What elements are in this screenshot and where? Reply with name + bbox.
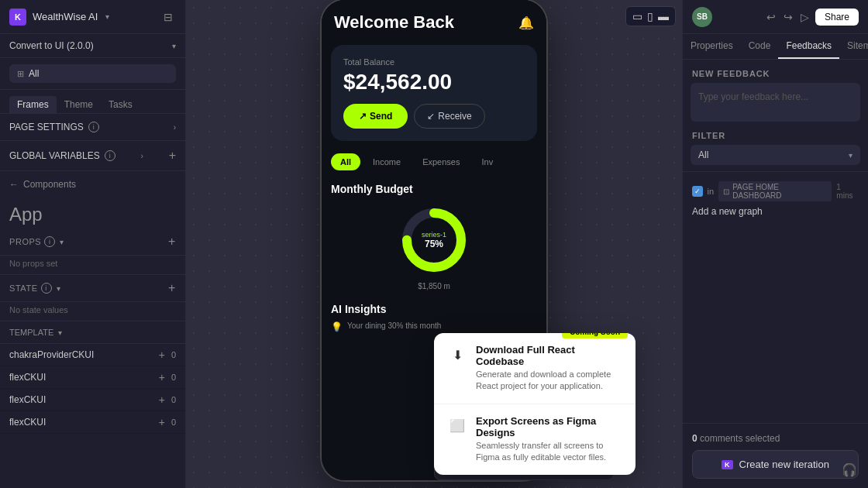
filter-tab-expenses[interactable]: Expenses bbox=[413, 153, 469, 170]
template-add-icon[interactable]: + bbox=[159, 416, 165, 428]
tab-theme[interactable]: Theme bbox=[57, 96, 101, 113]
send-arrow-icon: ↗ bbox=[359, 111, 367, 122]
template-item-name: flexCKUI bbox=[9, 372, 159, 383]
right-header-actions: ↩ ↪ ▷ Share bbox=[765, 9, 859, 26]
page-settings-row[interactable]: PAGE SETTINGS i › bbox=[0, 114, 185, 141]
back-link-label: Components bbox=[23, 179, 76, 190]
convert-bar[interactable]: Convert to UI (2.0.0) ▾ bbox=[0, 34, 185, 58]
page-settings-label: PAGE SETTINGS bbox=[9, 122, 84, 132]
receive-label: Receive bbox=[438, 111, 471, 122]
template-count: 0 bbox=[171, 418, 176, 427]
bell-icon[interactable]: 🔔 bbox=[518, 15, 534, 30]
feedback-meta: ✓ in ⊡ PAGE HOME DASHBOARD 1 mins bbox=[692, 181, 859, 201]
right-sidebar: SB ↩ ↪ ▷ Share Properties Code Feedbacks… bbox=[682, 0, 868, 488]
donut-chart: series-1 75% bbox=[395, 201, 473, 279]
template-row: flexCKUI + 0 bbox=[0, 366, 185, 389]
back-to-components[interactable]: ← Components bbox=[0, 171, 185, 198]
popup-card: Coming Soon ⬇ Download Full React Codeba… bbox=[434, 333, 636, 475]
tablet-icon[interactable]: ▯ bbox=[647, 10, 653, 22]
ai-insights-section: AI Insights 💡 Your dining 30% this month bbox=[322, 297, 546, 339]
template-add-icon[interactable]: + bbox=[159, 371, 165, 383]
popup-figma-desc: Seamlessly transfer all screens to Figma… bbox=[476, 440, 623, 464]
app-logo: K bbox=[9, 9, 26, 26]
balance-section: Total Balance $24,562.00 ↗ Send ↙ Receiv… bbox=[331, 45, 537, 141]
coming-soon-badge: Coming Soon bbox=[562, 333, 628, 339]
feedback-time: 1 mins bbox=[836, 183, 859, 200]
page-settings-expand-icon[interactable]: › bbox=[174, 123, 176, 132]
redo-button[interactable]: ↪ bbox=[782, 9, 794, 25]
popup-item-react[interactable]: ⬇ Download Full React Codebase Generate … bbox=[434, 333, 636, 404]
global-variables-label: GLOBAL VARIABLES bbox=[9, 150, 100, 161]
state-add-icon[interactable]: + bbox=[168, 281, 176, 295]
filter-tab-all[interactable]: All bbox=[331, 153, 360, 170]
global-vars-add-icon[interactable]: + bbox=[169, 149, 176, 163]
template-add-icon[interactable]: + bbox=[159, 349, 165, 361]
chart-label: series-1 75% bbox=[422, 231, 446, 249]
insight-item: 💡 Your dining 30% this month bbox=[331, 321, 537, 332]
figma-icon: ⬜ bbox=[450, 418, 465, 433]
check-icon: ✓ bbox=[694, 187, 701, 195]
tab-sitemap[interactable]: Sitemap bbox=[839, 34, 868, 59]
filter-tabs: All Income Expenses Inv bbox=[322, 147, 546, 177]
props-label-text: PROPS bbox=[9, 237, 41, 246]
template-add-icon[interactable]: + bbox=[159, 393, 165, 406]
download-icon: ⬇ bbox=[453, 348, 463, 363]
component-name-section: App bbox=[0, 198, 185, 229]
component-app-label: App bbox=[9, 204, 176, 225]
state-chevron-icon[interactable]: ▾ bbox=[57, 284, 61, 293]
monthly-budget-section: Monthly Budget series-1 75% $1,850 m bbox=[322, 177, 546, 297]
tab-feedbacks[interactable]: Feedbacks bbox=[778, 34, 839, 59]
welcome-text: Welcome Back bbox=[334, 12, 454, 33]
tab-bar: Frames Theme Tasks bbox=[0, 90, 185, 114]
send-button[interactable]: ↗ Send bbox=[343, 104, 408, 129]
props-add-icon[interactable]: + bbox=[168, 235, 176, 249]
template-count: 0 bbox=[171, 373, 176, 382]
filter-tab-inv[interactable]: Inv bbox=[472, 153, 502, 170]
props-chevron-icon[interactable]: ▾ bbox=[60, 238, 64, 246]
lightbulb-icon: 💡 bbox=[331, 321, 343, 332]
filter-tab-income[interactable]: Income bbox=[363, 153, 410, 170]
create-iteration-button[interactable]: K Create new iteration bbox=[692, 450, 859, 479]
search-icon: ⊞ bbox=[17, 69, 24, 79]
state-info-icon[interactable]: i bbox=[41, 283, 52, 294]
right-footer: 0 comments selected K Create new iterati… bbox=[683, 423, 868, 488]
popup-item-figma[interactable]: ⬜ Export Screens as Figma Designs Seamle… bbox=[434, 404, 636, 475]
project-chevron-icon[interactable]: ▾ bbox=[105, 12, 109, 21]
no-state-label: No state values bbox=[0, 302, 185, 321]
tab-properties[interactable]: Properties bbox=[683, 34, 741, 59]
phone-icon[interactable]: ▭ bbox=[632, 10, 642, 22]
receive-button[interactable]: ↙ Receive bbox=[414, 104, 484, 129]
tab-frames[interactable]: Frames bbox=[9, 96, 57, 113]
feedback-in-label: in bbox=[708, 187, 715, 196]
headphone-icon[interactable]: 🎧 bbox=[842, 462, 857, 477]
props-section-label: PROPS i ▾ + bbox=[0, 229, 185, 256]
template-chevron-icon[interactable]: ▾ bbox=[58, 328, 62, 337]
center-canvas: text ⊕ K ▭ ▯ ▬ Welcome Back 🔔 Total Bala… bbox=[186, 0, 682, 488]
filter-dropdown[interactable]: All ▾ bbox=[691, 145, 860, 165]
undo-button[interactable]: ↩ bbox=[765, 9, 777, 25]
convert-chevron-icon: ▾ bbox=[172, 42, 176, 50]
global-vars-expand-icon[interactable]: › bbox=[141, 152, 143, 160]
template-row-actions: + 0 bbox=[159, 416, 176, 428]
right-tabs: Properties Code Feedbacks Sitemap bbox=[683, 34, 868, 60]
page-reference[interactable]: ⊡ PAGE HOME DASHBOARD bbox=[718, 181, 832, 201]
tab-code[interactable]: Code bbox=[741, 34, 779, 59]
search-input-wrap[interactable]: ⊞ All bbox=[9, 64, 176, 83]
feedback-input[interactable]: Type your feedback here... bbox=[691, 83, 860, 122]
share-button[interactable]: Share bbox=[815, 9, 859, 26]
desktop-icon[interactable]: ▬ bbox=[658, 10, 669, 22]
global-vars-info-icon[interactable]: i bbox=[105, 150, 115, 161]
play-button[interactable]: ▷ bbox=[799, 9, 811, 25]
template-row-actions: + 0 bbox=[159, 393, 176, 406]
feedback-checkbox[interactable]: ✓ bbox=[692, 186, 703, 197]
props-info-icon[interactable]: i bbox=[44, 236, 55, 247]
page-ref-text: PAGE HOME DASHBOARD bbox=[732, 183, 827, 200]
state-section-label: STATE i ▾ + bbox=[0, 275, 185, 302]
page-settings-info-icon[interactable]: i bbox=[88, 122, 99, 132]
global-variables-row[interactable]: GLOBAL VARIABLES i › + bbox=[0, 141, 185, 171]
layout-toggle-button[interactable]: ⊟ bbox=[160, 9, 176, 25]
tab-tasks[interactable]: Tasks bbox=[101, 96, 140, 113]
popup-download-icon-wrap: ⬇ bbox=[446, 344, 468, 366]
create-iteration-label: Create new iteration bbox=[739, 459, 829, 470]
receive-arrow-icon: ↙ bbox=[427, 111, 435, 122]
